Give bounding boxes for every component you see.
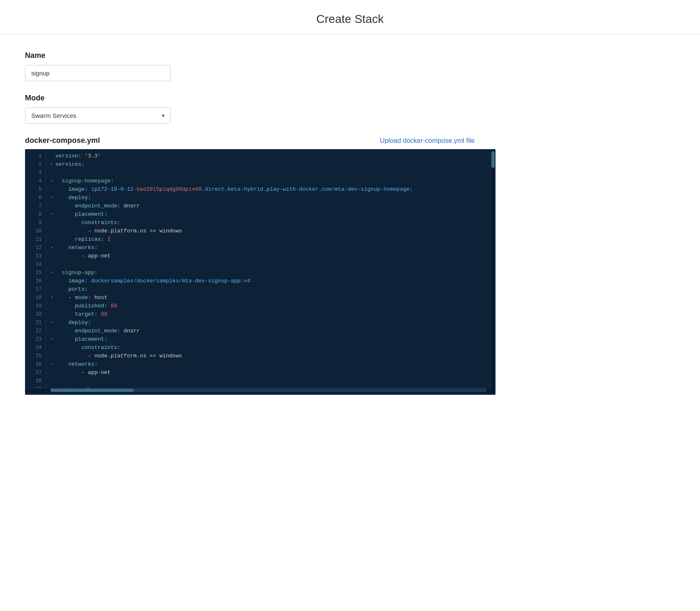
- fold-icon[interactable]: ▾: [50, 160, 55, 169]
- code-token: constraints:: [81, 219, 120, 227]
- code-token: endpoint_mode:: [75, 327, 124, 335]
- code-token: [55, 285, 68, 294]
- code-token: deploy:: [68, 319, 91, 327]
- compose-header: docker-compose.yml Upload docker-compose…: [25, 136, 475, 145]
- fold-icon[interactable]: ▾: [50, 177, 55, 185]
- fold-icon[interactable]: ▾: [50, 269, 55, 277]
- code-editor: 1234567891011121314151617181920212223242…: [25, 149, 496, 395]
- fold-icon[interactable]: ▾: [50, 210, 55, 219]
- mode-select[interactable]: Swarm Services Global Replicated: [25, 107, 171, 124]
- mode-select-wrapper: Swarm Services Global Replicated ▼: [25, 107, 171, 124]
- line-number: 8: [25, 210, 46, 219]
- code-token: signup-app:: [62, 269, 98, 277]
- code-line: version: '3.3': [50, 152, 491, 160]
- code-token: placement:: [75, 335, 107, 344]
- code-token: [55, 360, 68, 369]
- code-line: - node.platform.os == windows: [50, 352, 491, 360]
- code-line: ▾ networks:: [50, 360, 491, 369]
- code-token: dnsrr: [124, 327, 140, 335]
- line-number: 15: [25, 269, 46, 277]
- code-line: target: 80: [50, 310, 491, 319]
- code-line: ▾services:: [50, 160, 491, 169]
- fold-icon[interactable]: ▾: [50, 360, 55, 369]
- code-token: [55, 194, 68, 202]
- code-token: dnsrr: [124, 202, 140, 210]
- line-number: 1: [25, 152, 46, 160]
- upload-link[interactable]: Upload docker-compose.yml file: [380, 137, 475, 145]
- code-token: [55, 335, 75, 344]
- code-token: [55, 319, 68, 327]
- code-token: ports:: [68, 285, 88, 294]
- code-token: -: [88, 227, 95, 235]
- code-token: [55, 352, 88, 360]
- code-token: constraints:: [81, 344, 120, 352]
- mode-section: Mode Swarm Services Global Replicated ▼: [25, 94, 475, 124]
- code-token: [55, 294, 68, 302]
- scrollbar-right[interactable]: [490, 150, 495, 389]
- code-line: [50, 377, 491, 385]
- code-line: ▾ - mode: host: [50, 294, 491, 302]
- line-number: 2: [25, 160, 46, 169]
- fold-icon[interactable]: ▾: [50, 319, 55, 327]
- code-token: [55, 177, 62, 185]
- line-number: 19: [25, 302, 46, 310]
- code-token: -: [88, 352, 95, 360]
- line-number: 5: [25, 185, 46, 194]
- line-numbers: 1234567891011121314151617181920212223242…: [25, 150, 46, 388]
- line-number: 7: [25, 202, 46, 210]
- line-number: 20: [25, 310, 46, 319]
- line-number: 12: [25, 244, 46, 252]
- code-token: -: [68, 294, 75, 302]
- code-token: [55, 310, 75, 319]
- line-number: 25: [25, 352, 46, 360]
- page-title: Create Stack: [0, 12, 700, 26]
- code-token: [55, 277, 68, 285]
- code-token: [55, 327, 75, 335]
- code-line: ▾ signup-homepage:: [50, 177, 491, 185]
- code-token: image:: [68, 185, 91, 194]
- code-line: published: 80: [50, 302, 491, 310]
- fold-icon[interactable]: ▾: [50, 194, 55, 202]
- code-line: constraints:: [50, 344, 491, 352]
- fold-icon[interactable]: ▾: [50, 294, 55, 302]
- page-header: Create Stack: [0, 0, 700, 35]
- code-token: [55, 302, 75, 310]
- name-input[interactable]: [25, 65, 171, 81]
- code-scroll-area[interactable]: 1234567891011121314151617181920212223242…: [25, 150, 495, 388]
- fold-icon[interactable]: ▾: [50, 335, 55, 344]
- code-line: ▾ signup-app:: [50, 269, 491, 277]
- line-number: 11: [25, 235, 46, 244]
- compose-section: docker-compose.yml Upload docker-compose…: [25, 136, 475, 395]
- scrollbar-bottom[interactable]: [25, 388, 495, 393]
- code-line: ▾ deploy:: [50, 194, 491, 202]
- line-number: 27: [25, 369, 46, 377]
- fold-icon[interactable]: ▾: [50, 244, 55, 252]
- line-number: 26: [25, 360, 46, 369]
- code-token: version:: [55, 152, 85, 160]
- code-line: replicas: 2: [50, 235, 491, 244]
- code-token: app-net: [88, 252, 111, 260]
- code-line: ▾ placement:: [50, 210, 491, 219]
- line-number: 18: [25, 294, 46, 302]
- code-token: [55, 185, 68, 194]
- code-token: networks:: [68, 360, 97, 369]
- line-number: 9: [25, 219, 46, 227]
- code-token: placement:: [75, 210, 107, 219]
- code-line: image: dockersamples/dockersamples/mta-d…: [50, 277, 491, 285]
- code-line: endpoint_mode: dnsrr: [50, 327, 491, 335]
- code-token: [55, 202, 75, 210]
- line-number: 22: [25, 327, 46, 335]
- code-line: endpoint_mode: dnsrr: [50, 202, 491, 210]
- code-token: mode:: [75, 294, 95, 302]
- code-token: host: [95, 294, 107, 302]
- line-number: 4: [25, 177, 46, 185]
- code-token: image:: [68, 277, 91, 285]
- code-token: [55, 244, 68, 252]
- code-token: deploy:: [68, 194, 91, 202]
- code-line: ports:: [50, 285, 491, 294]
- code-token: -: [81, 252, 88, 260]
- code-line: image: ip172-18-0-12-bao29l5plqdg00dpiv6…: [50, 185, 491, 194]
- code-line: - app-net: [50, 252, 491, 260]
- code-token: [55, 235, 75, 244]
- code-token: endpoint_mode:: [75, 202, 124, 210]
